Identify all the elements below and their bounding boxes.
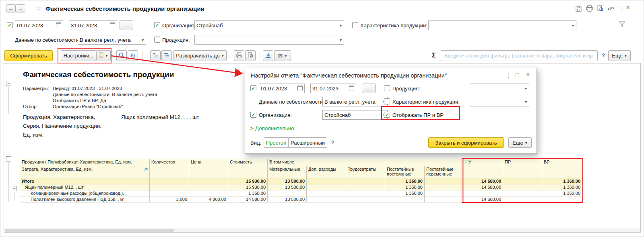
table-row[interactable]: Командировочные расходы (общепроизвод.),… — [20, 190, 582, 196]
check-icon: ✓ — [251, 112, 255, 117]
generate-button[interactable]: Сформировать — [4, 50, 53, 61]
col-header-nu[interactable]: НУ — [464, 159, 503, 166]
chevron-down-icon[interactable]: ▾ — [524, 100, 527, 104]
chevron-down-icon[interactable]: ▾ — [524, 86, 527, 91]
scrollbar-thumb[interactable] — [5, 229, 174, 232]
expand-to-dropdown[interactable]: Разворачивать до ▾ — [173, 50, 227, 61]
characteristic-checkbox[interactable] — [352, 22, 358, 28]
col-header-extra[interactable]: Доп. расходы — [307, 166, 346, 178]
period-from-input[interactable]: 01.07.2023 — [15, 20, 63, 30]
col-header-including[interactable]: В том числе — [268, 159, 464, 166]
period-checkbox[interactable]: ✓ — [7, 22, 13, 28]
quick-filter-input[interactable] — [441, 50, 598, 61]
table-row-total[interactable]: Итого 15 930,00 13 500,00 1 350,00 14 58… — [20, 178, 582, 184]
dialog-production-combo[interactable]: ▾ — [470, 84, 529, 93]
production-combo[interactable]: ▾ — [194, 35, 344, 45]
ellipsis-label: ... — [124, 22, 129, 29]
page-title: Фактическая себестоимость продукции орга… — [45, 5, 204, 12]
forward-button[interactable]: → — [16, 4, 25, 12]
calendar-icon[interactable] — [56, 22, 61, 29]
print-icon[interactable] — [586, 5, 593, 13]
organization-combo[interactable]: Стройснаб ▾ — [194, 20, 344, 30]
period-variants-button[interactable]: ... — [120, 20, 133, 30]
save-icon[interactable] — [575, 5, 582, 13]
production-checkbox[interactable] — [154, 37, 160, 43]
view-extended-button[interactable]: Расширенный — [289, 137, 327, 148]
col-header-materials[interactable]: Материальные — [268, 166, 307, 178]
col-header-qty[interactable]: Количество — [150, 159, 189, 166]
additional-expander[interactable]: > Дополнительно — [250, 125, 294, 131]
expand-levels-button[interactable] — [161, 50, 172, 61]
view-simple-button[interactable]: Простой — [264, 137, 289, 148]
collapse-row-button[interactable]: − — [12, 186, 17, 191]
table-row[interactable]: Полиэтилен высокого давления ПВД-158, , … — [20, 196, 582, 202]
settings-button[interactable]: Настройки... — [61, 50, 96, 61]
dialog-production-checkbox[interactable] — [384, 85, 390, 91]
help-link[interactable]: ? — [602, 52, 605, 58]
calendar-icon[interactable] — [110, 22, 115, 29]
dialog-organization-checkbox[interactable]: ✓ — [250, 112, 256, 118]
calendar-icon[interactable] — [349, 85, 354, 92]
print-button[interactable] — [234, 50, 244, 61]
dialog-period-to-input[interactable]: 31.07.2023 — [310, 84, 356, 93]
find-on-page-icon[interactable] — [597, 5, 604, 13]
chevron-down-icon[interactable]: ▾ — [572, 23, 574, 28]
period-to-input[interactable]: 31.07.2023 — [69, 20, 117, 30]
save-to-file-button[interactable] — [263, 50, 273, 61]
dialog-more-icon[interactable]: ⋮ — [506, 72, 512, 79]
dialog-period-to-value: 31.07.2023 — [312, 86, 348, 92]
dialog-characteristic-combo[interactable]: ▾ — [470, 97, 529, 106]
col-header-labor[interactable]: Трудозатраты — [346, 166, 385, 178]
dialog-organization-combo[interactable]: Стройснаб ▾ — [322, 110, 388, 120]
more-button[interactable]: Еще ▾ — [608, 50, 631, 61]
col-header-pr[interactable]: ПР — [503, 159, 542, 166]
sort-icon[interactable]: ↓≡ — [143, 167, 148, 172]
collapse-levels-button[interactable] — [150, 50, 161, 61]
chevron-down-icon: ▾ — [525, 141, 528, 145]
table-row[interactable]: Ящик полимерный М12, , шт 15 930,00 13 5… — [20, 184, 582, 190]
calendar-icon[interactable] — [297, 85, 303, 92]
chevron-down-icon[interactable]: ▾ — [339, 38, 342, 42]
col-header-expense[interactable]: Затрата, Характеристика, Ед. изм.↓≡ — [20, 166, 150, 178]
refresh-button[interactable]: ↻ — [128, 50, 138, 61]
organization-checkbox[interactable]: ✓ — [154, 22, 160, 28]
dialog-more-button[interactable]: Еще ▾ — [508, 137, 532, 148]
horizontal-scrollbar[interactable] — [4, 228, 640, 232]
dialog-cost-data-combo[interactable]: В валюте регл. учета ▾ — [322, 97, 388, 106]
collapse-group-button[interactable]: − — [6, 81, 11, 86]
settings-variants-button[interactable]: ▾ — [96, 50, 111, 61]
report-title: Фактическая себестоимость продукции — [23, 70, 174, 79]
view-switcher: Простой Расширенный — [264, 137, 327, 148]
col-header-price[interactable]: Цена — [189, 159, 228, 166]
dialog-close-icon[interactable]: × — [526, 71, 530, 78]
back-button[interactable]: ← — [6, 4, 16, 12]
col-header-variable[interactable]: Постатейные переменные — [425, 166, 464, 178]
chevron-down-icon: ▾ — [221, 53, 224, 58]
chevron-down-icon[interactable]: ▾ — [141, 38, 144, 42]
dialog-period-variants-button[interactable]: ... — [362, 84, 376, 93]
chevron-down-icon[interactable]: ▾ — [339, 23, 342, 28]
collapse-group-button[interactable]: − — [6, 156, 11, 161]
link-icon[interactable] — [608, 6, 615, 13]
close-and-generate-button[interactable]: Закрыть и сформировать — [428, 137, 504, 148]
more-menu-icon[interactable]: ⋮ — [619, 4, 625, 12]
dialog-period-from-input[interactable]: 01.07.2023 — [259, 84, 305, 93]
search-button[interactable] — [116, 50, 127, 61]
send-email-button[interactable]: ✉ ▾ — [274, 50, 291, 61]
filter-funnel-icon[interactable] — [619, 21, 625, 29]
close-icon[interactable]: × — [626, 4, 630, 12]
col-header-vr[interactable]: ВР — [542, 159, 582, 166]
favorite-star-icon[interactable]: ☆ — [36, 4, 42, 12]
dialog-period-checkbox[interactable]: ✓ — [250, 85, 256, 91]
cost-data-value: В валюте регл. учета — [80, 37, 140, 43]
characteristic-combo[interactable]: ▾ — [428, 20, 576, 30]
col-header-fixed[interactable]: Постатейные постоянные — [385, 166, 425, 178]
dialog-show-prvr-checkbox[interactable]: ✓ — [384, 112, 390, 118]
dialog-maximize-icon[interactable]: □ — [516, 72, 519, 78]
dialog-characteristic-checkbox[interactable] — [384, 98, 390, 104]
col-header-product[interactable]: Продукция / Полуфабрикат, Характеристика… — [20, 159, 150, 166]
col-header-cost[interactable]: Стоимость — [228, 159, 268, 166]
cost-data-combo[interactable]: В валюте регл. учета ▾ — [78, 35, 146, 45]
print-preview-button[interactable] — [245, 50, 256, 61]
dialog-help-link[interactable]: ? — [331, 139, 334, 145]
